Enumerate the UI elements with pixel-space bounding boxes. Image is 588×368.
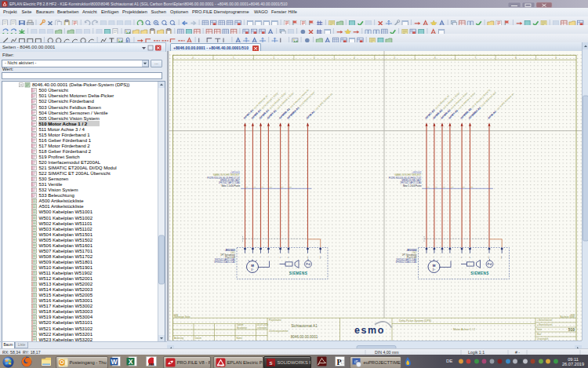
svg-text:PE: PE — [488, 256, 490, 259]
svg-text:M: M — [433, 263, 436, 267]
svg-text:W510 Kabelplan W51901: W510 Kabelplan W51901 — [39, 265, 93, 270]
svg-text:GN: GN — [451, 186, 454, 188]
svg-text:504 Übersicht Sensoren / Venti: 504 Übersicht Sensoren / Ventile — [39, 111, 109, 115]
svg-text:Name: Name — [237, 336, 243, 339]
svg-text:BR: BR — [500, 256, 503, 259]
svg-text:-MG1001: -MG1001 — [225, 248, 236, 251]
svg-text:PE: PE — [307, 256, 309, 259]
svg-text:503 Übersicht Feldbus Boxen: 503 Übersicht Feldbus Boxen — [39, 105, 101, 110]
svg-text:500 Übersicht: 500 Übersicht — [39, 88, 69, 93]
svg-text:Änderung: Änderung — [174, 336, 184, 339]
svg-text:W507 Kabelplan W51701: W507 Kabelplan W51701 — [39, 249, 93, 253]
svg-text:502 Übersicht Förderband: 502 Übersicht Förderband — [39, 99, 94, 104]
svg-text:Netz 1 2x16 Paste: Netz 1 2x16 Paste — [221, 184, 240, 187]
svg-text:Datum: Datum — [195, 336, 202, 339]
svg-text:Projektname: Projektname — [269, 318, 281, 321]
svg-text:5: 5 — [394, 56, 396, 60]
svg-text:Vorherige Seite: Vorherige Seite — [174, 315, 191, 318]
svg-text:W506 Kabelplan W51601: W506 Kabelplan W51601 — [39, 243, 93, 248]
svg-text:+ Bereichskürzel: + Bereichskürzel — [537, 319, 553, 322]
svg-text:Netz 1 2x16 Paste: Netz 1 2x16 Paste — [403, 184, 422, 187]
svg-text:Zeichnungsnummer: Zeichnungsnummer — [269, 330, 289, 333]
svg-text:3: 3 — [314, 56, 315, 60]
svg-text:522 SIMATIC ET 200AL Übersicht: 522 SIMATIC ET 200AL Übersicht — [39, 171, 111, 176]
svg-text:W517 Kabelplan W53002: W517 Kabelplan W53002 — [39, 304, 93, 308]
svg-text:521 SIMATIC ET200AL DI/DQ Modu: 521 SIMATIC ET200AL DI/DQ Modul — [39, 166, 117, 170]
svg-text:519 Profinet Switch: 519 Profinet Switch — [39, 155, 80, 159]
svg-text:4: 4 — [354, 56, 355, 60]
svg-text:W516 Kabelplan W53001: W516 Kabelplan W53001 — [39, 298, 93, 303]
svg-text:P: P — [336, 358, 341, 366]
svg-text:W518 Kabelplan W53003: W518 Kabelplan W53003 — [39, 309, 93, 314]
svg-text:505 Übersicht Vision System: 505 Übersicht Vision System — [39, 116, 100, 121]
svg-text:520 Interfacemodul ET200AL: 520 Interfacemodul ET200AL — [39, 160, 101, 165]
svg-text:8: 8 — [515, 56, 517, 60]
svg-text:S: S — [269, 360, 272, 365]
svg-text:6FX8002-5DA05-1CA0: 6FX8002-5DA05-1CA0 — [396, 261, 417, 264]
svg-text:GN: GN — [269, 186, 272, 188]
svg-text:A500 Artikelstückliste: A500 Artikelstückliste — [39, 199, 85, 203]
svg-text:Ursprünglich: Ursprünglich — [537, 337, 549, 341]
svg-text:2: 2 — [273, 56, 274, 60]
svg-text:W500 Kabelplan W51001: W500 Kabelplan W51001 — [39, 210, 93, 214]
svg-text:M: M — [251, 263, 254, 267]
svg-text:Nächste Seite: Nächste Seite — [560, 315, 575, 318]
svg-text:Motor Achse 1 / 2: Motor Achse 1 / 2 — [453, 328, 475, 331]
svg-text:SIEMENS: SIEMENS — [289, 271, 307, 275]
svg-text:W: W — [111, 358, 118, 366]
svg-text:531 Ventile: 531 Ventile — [39, 182, 64, 187]
svg-text:Blatt: Blatt — [537, 333, 541, 336]
svg-text:W504 Kabelplan W51501: W504 Kabelplan W51501 — [39, 232, 93, 237]
svg-text:SIEMENS: SIEMENS — [470, 271, 488, 275]
svg-text:W521 Kabelplan W53102: W521 Kabelplan W53102 — [39, 326, 93, 331]
svg-text:schneider: schneider — [257, 326, 267, 329]
svg-text:501 Übersicht Motoren Delta-Pi: 501 Übersicht Motoren Delta-Picker — [39, 93, 114, 98]
svg-text:W508 Kabelplan W51702: W508 Kabelplan W51702 — [39, 254, 93, 259]
svg-text:510 Motor Achse 1 / 2: 510 Motor Achse 1 / 2 — [39, 122, 88, 126]
svg-text:516 Geber Förderband 1: 516 Geber Förderband 1 — [39, 138, 92, 143]
svg-text:-MG1002: -MG1002 — [406, 248, 417, 251]
svg-text:W520 Kabelplan W53101: W520 Kabelplan W53101 — [39, 320, 93, 325]
svg-text:W514 Kabelplan W52003: W514 Kabelplan W52003 — [39, 287, 93, 292]
svg-text:1: 1 — [233, 56, 234, 60]
svg-text:8046.00.00.0001: 8046.00.00.0001 — [291, 334, 318, 338]
svg-text:W501 Kabelplan W51002: W501 Kabelplan W51002 — [39, 216, 93, 220]
svg-text:517 Motor Förderband 2: 517 Motor Förderband 2 — [39, 144, 91, 148]
svg-text:511 Motor Achse 3 / 4: 511 Motor Achse 3 / 4 — [39, 127, 85, 132]
svg-text:W511 Kabelplan W51902: W511 Kabelplan W51902 — [39, 271, 93, 275]
svg-text:3~: 3~ — [433, 268, 436, 271]
svg-text:W509 Kabelplan W51801: W509 Kabelplan W51801 — [39, 260, 93, 264]
svg-text:Seite: Seite — [537, 328, 542, 331]
svg-text:W502 Kabelplan W51101: W502 Kabelplan W51101 — [39, 221, 93, 226]
svg-text:6: 6 — [434, 56, 436, 60]
svg-text:6FX8002-5DA05-1CA0: 6FX8002-5DA05-1CA0 — [214, 261, 235, 264]
svg-text:W519 Kabelplan W53004: W519 Kabelplan W53004 — [39, 315, 93, 319]
svg-text:518 Geber Förderband 2: 518 Geber Förderband 2 — [39, 149, 92, 154]
svg-text:533 Beleuchtung: 533 Beleuchtung — [39, 193, 74, 198]
svg-text:3~: 3~ — [251, 268, 254, 271]
svg-text:W512 Kabelplan W52001: W512 Kabelplan W52001 — [39, 276, 93, 281]
svg-text:510: 510 — [568, 326, 575, 331]
svg-text:X: X — [129, 358, 133, 366]
svg-text:W505 Kabelplan W51502: W505 Kabelplan W51502 — [39, 238, 93, 242]
svg-text:EPLAN: EPLAN — [217, 364, 224, 367]
svg-text:532 Vision System: 532 Vision System — [39, 188, 78, 192]
svg-text:W513 Kabelplan W52002: W513 Kabelplan W52002 — [39, 282, 93, 286]
svg-text:530 Sensoren: 530 Sensoren — [39, 177, 69, 181]
svg-text:Bearbeiter: Bearbeiter — [237, 326, 247, 329]
svg-text:Delta-Picker-System (DPS): Delta-Picker-System (DPS) — [399, 319, 431, 322]
svg-text:W522 Kabelplan W53201: W522 Kabelplan W53201 — [39, 332, 93, 337]
svg-text:O: O — [60, 359, 64, 365]
svg-text:515 Motor Förderband 1: 515 Motor Förderband 1 — [39, 133, 91, 137]
svg-text:W515 Kabelplan W52005: W515 Kabelplan W52005 — [39, 293, 93, 297]
svg-text:W503 Kabelplan W51102: W503 Kabelplan W51102 — [39, 227, 93, 231]
svg-text:0: 0 — [192, 56, 194, 60]
svg-text:8046.40.00.0001 (Delta-Picker-: 8046.40.00.0001 (Delta-Picker-System (DP… — [32, 82, 129, 87]
svg-text:7: 7 — [474, 56, 476, 60]
svg-text:9: 9 — [555, 56, 557, 60]
svg-text:Sichtautomat A1: Sichtautomat A1 — [291, 324, 318, 328]
svg-text:ABB: ABB — [148, 363, 154, 366]
svg-text:= Bereichskürzel: = Bereichskürzel — [537, 323, 553, 326]
svg-text:A501 Artikelstückliste: A501 Artikelstückliste — [39, 204, 85, 209]
svg-text:esmo: esmo — [354, 325, 385, 336]
